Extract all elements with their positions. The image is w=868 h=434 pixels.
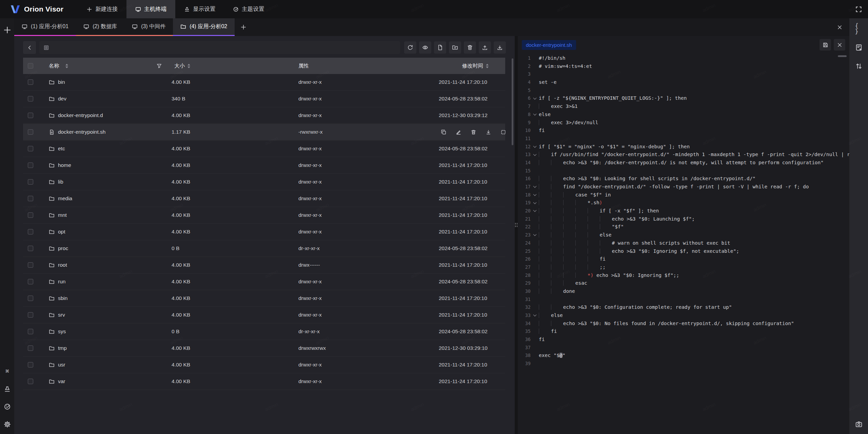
session-tab[interactable]: (4) 应用-分析02 [173,18,235,36]
row-checkbox[interactable] [28,113,33,118]
eye-button[interactable] [419,41,431,54]
file-name: usr [58,362,65,368]
swap-arrows-icon[interactable] [855,62,863,70]
trash-icon[interactable] [471,129,476,135]
row-checkbox[interactable] [28,79,33,85]
back-button[interactable] [23,41,36,54]
row-checkbox[interactable] [28,345,33,351]
row-checkbox[interactable] [28,129,33,135]
fold-icon[interactable] [533,233,536,236]
topbar-menu-item[interactable]: 主题设置 [224,0,273,18]
table-row[interactable]: root 4.00 KB drwx------ 2021-11-24 17:20… [23,257,505,273]
topbar-menu-item[interactable]: 显示设置 [175,0,224,18]
fold-icon[interactable] [533,112,536,116]
sort-size-control[interactable] [188,64,190,68]
upload-button[interactable] [479,41,491,54]
close-panel-button[interactable] [835,18,845,36]
save-button[interactable] [820,39,831,51]
new-file-button[interactable] [434,41,446,54]
table-row[interactable]: docker-entrypoint.d 4.00 KB drwxr-xr-x 2… [23,107,505,124]
plus-icon[interactable] [3,26,12,34]
sort-mtime-control[interactable] [486,64,489,68]
table-row[interactable]: opt 4.00 KB drwxr-xr-x 2021-11-24 17:20:… [23,224,505,240]
fullscreen-button[interactable] [849,0,868,18]
list-icon[interactable] [43,45,49,51]
new-tab-button[interactable] [235,18,252,36]
row-checkbox[interactable] [28,312,33,318]
table-row[interactable]: etc 4.00 KB drwxr-xr-x 2024-05-28 23:58:… [23,140,505,157]
fold-icon[interactable] [533,193,536,196]
table-row[interactable]: var 4.00 KB drwxr-xr-x 2021-11-24 17:20:… [23,373,505,390]
move-icon[interactable] [500,129,506,135]
table-row[interactable]: media 4.00 KB drwxr-xr-x 2021-11-24 17:2… [23,190,505,207]
session-tab[interactable]: (2) 数据库 [76,18,124,36]
row-checkbox[interactable] [28,163,33,168]
display-settings-icon[interactable] [4,385,11,393]
file-attr: drwxr-xr-x [298,195,439,202]
theme-settings-icon[interactable] [4,403,11,410]
row-checkbox[interactable] [28,296,33,301]
row-checkbox[interactable] [28,179,33,185]
table-row[interactable]: mnt 4.00 KB drwxr-xr-x 2021-11-24 17:20:… [23,207,505,224]
download-arrow-icon[interactable] [486,129,491,135]
row-checkbox[interactable] [28,329,33,334]
edit-icon[interactable] [456,129,461,135]
row-checkbox[interactable] [28,246,33,251]
panel-splitter[interactable] [515,36,518,434]
refresh-button[interactable] [404,41,416,54]
settings-gear-icon[interactable] [4,421,11,428]
session-tab[interactable]: (1) 应用-分析01 [14,18,76,36]
filter-icon[interactable] [156,63,162,69]
topbar-menu-item[interactable]: 新建连接 [78,0,126,18]
table-row[interactable]: lib 4.00 KB drwxr-xr-x 2021-11-24 17:20:… [23,174,505,190]
table-row[interactable]: home 4.00 KB drwxr-xr-x 2021-11-24 17:20… [23,157,505,174]
braces-icon[interactable]: { } [855,25,863,33]
row-checkbox[interactable] [28,279,33,284]
table-row[interactable]: docker-entrypoint.sh 1.17 KB -rwxrwxr-x [23,124,505,140]
script-doc-icon[interactable] [855,44,863,51]
row-checkbox[interactable] [28,262,33,268]
trash-button[interactable] [464,41,476,54]
file-attr: drwx------ [298,262,439,268]
table-row[interactable]: sbin 4.00 KB drwxr-xr-x 2021-11-24 17:20… [23,290,505,307]
fold-icon[interactable] [533,152,536,156]
fold-icon[interactable] [533,313,536,317]
table-row[interactable]: srv 4.00 KB drwxr-xr-x 2021-11-24 17:20:… [23,307,505,323]
command-icon[interactable]: ⌘ [4,368,11,375]
fold-icon[interactable] [533,96,536,99]
row-checkbox[interactable] [28,229,33,234]
table-row[interactable]: tmp 4.00 KB drwxrwxrwx 2021-12-30 03:29:… [23,340,505,357]
row-checkbox[interactable] [28,196,33,201]
table-row[interactable]: run 4.00 KB drwxr-xr-x 2024-05-28 23:58:… [23,273,505,290]
fold-icon[interactable] [533,185,536,188]
path-input[interactable] [52,44,396,51]
table-row[interactable]: sys 0 B dr-xr-xr-x 2024-05-28 23:58:02 [23,323,505,340]
row-checkbox[interactable] [28,146,33,151]
select-all-checkbox[interactable] [28,63,33,69]
topbar-menu-item[interactable]: 主机终端 [126,0,175,18]
row-checkbox[interactable] [28,362,33,367]
table-row[interactable]: proc 0 B dr-xr-xr-x 2024-05-28 23:58:02 [23,240,505,257]
table-row[interactable]: dev 340 B drwxr-xr-x 2024-05-28 23:58:02 [23,91,505,107]
camera-icon[interactable] [855,420,863,428]
new-folder-button[interactable] [449,41,461,54]
table-row[interactable]: usr 4.00 KB drwxr-xr-x 2021-11-24 17:20:… [23,357,505,373]
row-checkbox[interactable] [28,379,33,384]
editor-scrollbar[interactable] [838,55,847,57]
table-row[interactable]: bin 4.00 KB drwxr-xr-x 2021-11-24 17:20:… [23,74,505,91]
session-tab[interactable]: (3) 中间件 [124,18,173,36]
fold-icon[interactable] [533,209,536,212]
close-editor-button[interactable] [834,39,845,51]
download-button[interactable] [494,41,506,54]
topbar: Orion Visor 新建连接 主机终端 显示设置 主题设置 [0,0,868,18]
folder-icon [49,179,55,185]
row-checkbox[interactable] [28,212,33,218]
row-checkbox[interactable] [28,96,33,101]
copy-icon[interactable] [441,129,447,135]
fold-icon[interactable] [533,201,536,204]
editor-file-tab[interactable]: docker-entrypoint.sh [522,40,576,50]
code-editor[interactable]: 1 #!/bin/sh 2 # vim:sw=4:ts=4:et 3 4 set… [518,54,849,434]
sort-name-control[interactable] [65,64,68,68]
file-list-scrollbar[interactable] [512,58,513,145]
fold-icon[interactable] [533,144,536,148]
